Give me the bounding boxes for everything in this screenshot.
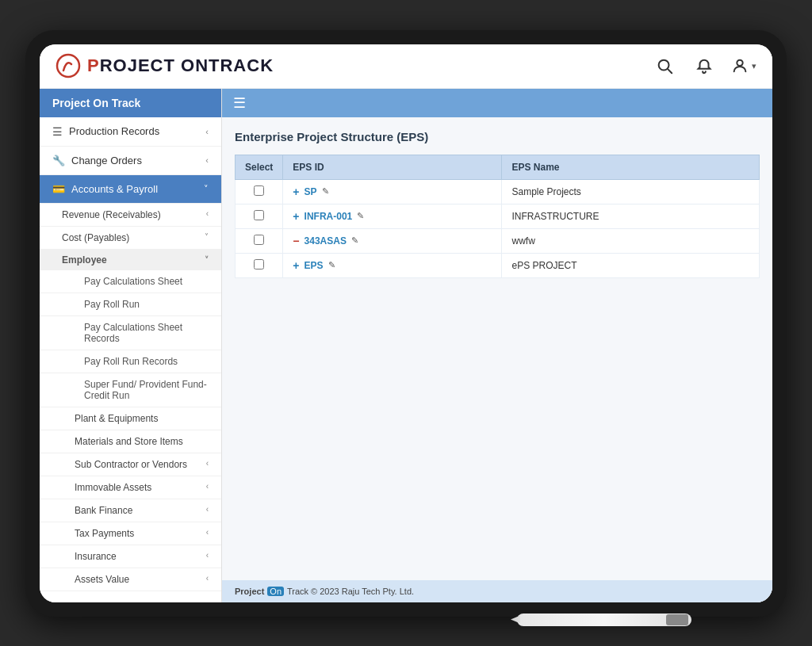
revenue-label: Revenue (Receivables)	[62, 209, 161, 220]
contractor-label: Sub Contractor or Vendors	[75, 459, 187, 470]
sidebar-item-change-orders[interactable]: 🔧 Change Orders ‹	[40, 147, 221, 175]
production-records-label: Production Records	[69, 125, 159, 137]
change-orders-left: 🔧 Change Orders	[52, 155, 142, 166]
sidebar-item-cost[interactable]: Cost (Payables) ˅	[40, 227, 221, 250]
sidebar-item-accounts-payroll[interactable]: 💳 Accounts & Payroll ˅	[40, 175, 221, 204]
select-cell-0	[236, 179, 283, 204]
dashboard-left: ⊙ Dashboard	[52, 599, 120, 602]
notifications-button[interactable]	[691, 53, 717, 78]
bank-label: Bank Finance	[75, 505, 132, 516]
tax-chevron: ‹	[206, 528, 209, 537]
employee-group-label: Employee	[62, 254, 107, 266]
wallet-icon: 💳	[52, 183, 65, 195]
logo-icon	[56, 53, 81, 78]
sidebar-item-revenue[interactable]: Revenue (Receivables) ‹	[40, 204, 221, 227]
logo-area: Project OnTrack	[56, 53, 652, 78]
materials-label: Materials and Store Items	[75, 436, 183, 447]
table-row: −343ASAS✎wwfw	[236, 228, 760, 253]
svg-line-2	[668, 69, 672, 73]
sidebar-item-tax[interactable]: Tax Payments ‹	[40, 522, 221, 545]
footer-on: On	[267, 587, 284, 596]
sidebar-item-materials[interactable]: Materials and Store Items	[40, 430, 221, 453]
sidebar-header: Project On Track	[40, 89, 221, 117]
svg-point-3	[737, 60, 742, 66]
row-checkbox-3[interactable]	[254, 259, 264, 269]
sidebar-item-bank[interactable]: Bank Finance ‹	[40, 499, 221, 522]
expand-plus-1[interactable]: +	[293, 210, 299, 223]
eps-id-cell-0: +SP✎	[283, 179, 502, 204]
eps-id-text-0: SP	[304, 186, 317, 197]
table-row: +SP✎Sample Projects	[236, 179, 760, 204]
sidebar-item-pay-calc-records[interactable]: Pay Calculations Sheet Records	[40, 316, 221, 350]
contractor-chevron: ‹	[206, 459, 209, 468]
sidebar-item-payroll-run[interactable]: Pay Roll Run	[40, 293, 221, 316]
eps-table: Select EPS ID EPS Name +SP✎Sample Projec…	[235, 155, 760, 278]
sidebar-item-insurance[interactable]: Insurance ‹	[40, 545, 221, 568]
eps-id-text-1: INFRA-001	[304, 211, 353, 222]
sidebar-item-pay-calc[interactable]: Pay Calculations Sheet	[40, 270, 221, 293]
sidebar-item-production-records[interactable]: ☰ Production Records ‹	[40, 117, 221, 147]
col-eps-id: EPS ID	[283, 155, 502, 179]
dashboard-chevron: ‹	[205, 602, 209, 602]
edit-icon-2[interactable]: ✎	[351, 235, 358, 246]
footer-brand-1: Project	[235, 587, 266, 596]
sidebar-item-dashboard[interactable]: ⊙ Dashboard ‹	[40, 591, 221, 602]
eps-id-text-2: 343ASAS	[304, 235, 347, 247]
cost-label: Cost (Payables)	[62, 232, 129, 243]
sidebar-item-immovable[interactable]: Immovable Assets ‹	[40, 476, 221, 499]
page-title: Enterprise Project Structure (EPS)	[235, 130, 760, 143]
table-row: +EPS✎ePS PROJECT	[236, 253, 760, 277]
sidebar-group-employee[interactable]: Employee ˅	[40, 250, 221, 270]
stylus-pencil	[517, 614, 691, 626]
super-fund-label: Super Fund/ Provident Fund- Credit Run	[84, 379, 207, 401]
select-cell-2	[236, 228, 283, 253]
row-checkbox-1[interactable]	[254, 210, 264, 220]
production-records-left: ☰ Production Records	[52, 125, 159, 138]
expand-minus-2[interactable]: −	[293, 235, 299, 247]
select-cell-1	[236, 204, 283, 228]
main-layout: Project On Track ☰ Production Records ‹	[40, 89, 772, 602]
eps-table-body: +SP✎Sample Projects+INFRA-001✎INFRASTRUC…	[236, 179, 760, 277]
accounts-chevron: ˅	[204, 184, 209, 194]
top-icons: ▾	[652, 53, 756, 78]
expand-plus-0[interactable]: +	[293, 185, 299, 198]
cost-chevron: ˅	[205, 232, 209, 241]
edit-icon-3[interactable]: ✎	[328, 260, 335, 270]
row-checkbox-2[interactable]	[254, 235, 264, 245]
pencil-eraser	[666, 614, 688, 625]
sidebar-scroll: ☰ Production Records ‹ 🔧 Change Orders ‹	[40, 117, 221, 602]
insurance-label: Insurance	[75, 551, 117, 562]
edit-icon-1[interactable]: ✎	[357, 211, 364, 221]
user-menu-button[interactable]: ▾	[731, 57, 756, 75]
eps-name-cell-1: INFRASTRUCTURE	[502, 204, 760, 228]
eps-id-cell-3: +EPS✎	[283, 253, 502, 277]
sidebar-item-super-fund[interactable]: Super Fund/ Provident Fund- Credit Run	[40, 373, 221, 407]
search-button[interactable]	[652, 53, 677, 78]
payroll-records-label: Pay Roll Run Records	[84, 356, 178, 367]
expand-plus-3[interactable]: +	[293, 259, 299, 272]
pay-calc-records-label: Pay Calculations Sheet Records	[84, 322, 182, 344]
sidebar-header-label: Project On Track	[52, 97, 140, 109]
table-row: +INFRA-001✎INFRASTRUCTURE	[236, 204, 760, 228]
assets-chevron: ‹	[206, 574, 209, 583]
change-orders-chevron: ‹	[205, 155, 209, 165]
logo-text: Project OnTrack	[87, 55, 274, 76]
content-footer: Project On Track © 2023 Raju Tech Pty. L…	[222, 580, 772, 602]
edit-icon-0[interactable]: ✎	[322, 186, 329, 197]
svg-point-0	[57, 55, 79, 77]
sidebar-item-plant[interactable]: Plant & Equipments	[40, 407, 221, 430]
change-orders-label: Change Orders	[71, 155, 142, 166]
select-cell-3	[236, 253, 283, 277]
eps-id-cell-2: −343ASAS✎	[283, 228, 502, 253]
sidebar-item-contractor[interactable]: Sub Contractor or Vendors ‹	[40, 453, 221, 476]
hamburger-icon[interactable]: ☰	[233, 94, 246, 112]
content-area: ☰ Enterprise Project Structure (EPS) Sel…	[222, 89, 772, 602]
dashboard-label: Dashboard	[69, 600, 120, 602]
tax-label: Tax Payments	[75, 528, 134, 539]
dashboard-icon: ⊙	[52, 599, 63, 602]
row-checkbox-0[interactable]	[254, 185, 264, 196]
logo-ontrack: OnTrack	[181, 55, 274, 75]
sidebar-item-payroll-records[interactable]: Pay Roll Run Records	[40, 350, 221, 373]
sidebar-item-assets[interactable]: Assets Value ‹	[40, 568, 221, 591]
wrench-icon: 🔧	[52, 155, 65, 166]
